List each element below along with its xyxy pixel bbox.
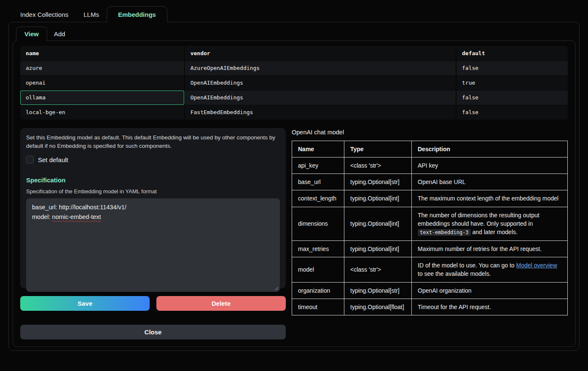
cell-default[interactable]: false (456, 105, 568, 120)
table-row[interactable]: azure AzureOpenAIEmbeddings false (20, 61, 568, 75)
doc-param-name: context_length (292, 190, 344, 207)
cell-vendor[interactable]: OpenAIEmbeddings (185, 75, 456, 90)
doc-row: base_url typing.Optional[str] OpenAI bas… (292, 174, 568, 190)
yaml-line: base_url: http://localhost:11434/v1/ (32, 203, 274, 212)
set-default-label: Set default (38, 156, 68, 163)
doc-param-desc: API key (412, 157, 568, 173)
doc-row: organization typing.Optional[str] OpenAI… (292, 282, 568, 299)
doc-panel-title: OpenAI chat model (292, 129, 568, 136)
doc-param-name: api_key (292, 157, 344, 173)
view-tab-panel: name vendor default azure AzureOpenAIEmb… (13, 40, 575, 347)
yaml-line: model: nomic-embed-text (32, 212, 274, 222)
set-default-checkbox[interactable] (26, 156, 34, 163)
doc-param-desc: The maximum context length of the embedd… (412, 190, 568, 207)
doc-param-type: <class 'str'> (344, 157, 412, 173)
doc-row: timeout typing.Optional[float] Timeout f… (292, 299, 568, 315)
app-root: Index Collections LLMs Embeddings View A… (0, 0, 588, 351)
doc-param-desc: Timeout for the API request. (412, 299, 568, 315)
doc-param-name: base_url (292, 174, 344, 190)
settings-group: Set this Embedding model as default. Thi… (20, 128, 286, 288)
table-row-selected[interactable]: ollama OpenAIEmbeddings false (20, 90, 568, 105)
embeddings-panel: View Add name vendor default (8, 22, 580, 351)
set-default-row: Set default (26, 156, 280, 163)
cell-default[interactable]: false (456, 90, 568, 105)
misspelled-word: nomic-embed-text (52, 214, 101, 220)
embeddings-table: name vendor default azure AzureOpenAIEmb… (20, 46, 568, 120)
cell-vendor[interactable]: AzureOpenAIEmbeddings (185, 61, 456, 75)
model-overview-link[interactable]: Model overview (516, 262, 557, 269)
sub-tab-bar: View Add (9, 22, 579, 40)
default-description: Set this Embedding model as default. Thi… (26, 133, 279, 151)
doc-param-type: typing.Optional[float] (344, 299, 412, 315)
doc-column-type: Type (344, 141, 412, 157)
tab-index-collections[interactable]: Index Collections (13, 7, 76, 22)
doc-column-name: Name (292, 141, 344, 157)
cell-name-selected[interactable]: ollama (20, 90, 185, 105)
doc-row: max_retries typing.Optional[int] Maximum… (292, 240, 568, 257)
code-chip: text-embedding-3 (418, 229, 471, 236)
specification-heading: Specification (26, 176, 280, 184)
tab-add[interactable]: Add (47, 27, 72, 40)
tab-view[interactable]: View (16, 27, 47, 41)
tab-embeddings[interactable]: Embeddings (107, 6, 167, 22)
doc-param-name: max_retries (292, 240, 344, 257)
save-button[interactable]: Save (20, 296, 150, 311)
cell-vendor[interactable]: FastEmbedEmbeddings (185, 105, 456, 120)
cell-vendor[interactable]: OpenAIEmbeddings (185, 90, 456, 105)
table-row[interactable]: openai OpenAIEmbeddings true (20, 75, 568, 90)
table-row[interactable]: local-bge-en FastEmbedEmbeddings false (20, 105, 568, 120)
doc-table: Name Type Description api_key <class 'st… (292, 141, 568, 316)
doc-param-type: typing.Optional[str] (344, 282, 412, 299)
edit-column: Set this Embedding model as default. Thi… (20, 128, 286, 339)
table-header-row: name vendor default (20, 46, 568, 61)
delete-button[interactable]: Delete (156, 296, 286, 311)
doc-header-row: Name Type Description (292, 141, 568, 157)
doc-param-type: typing.Optional[int] (344, 190, 412, 207)
doc-row: model <class 'str'> ID of the model to u… (292, 257, 568, 282)
tab-llms[interactable]: LLMs (76, 7, 107, 22)
cell-default[interactable]: false (456, 61, 568, 75)
doc-column-description: Description (412, 141, 568, 157)
doc-param-desc: The number of dimensions the resulting o… (412, 207, 568, 240)
doc-param-desc: OpenAI organization (412, 282, 568, 299)
resize-handle-icon[interactable] (274, 286, 278, 290)
doc-param-desc: OpenAI base URL (412, 174, 568, 190)
doc-row: dimensions typing.Optional[int] The numb… (292, 207, 568, 240)
specification-caption: Specification of the Embedding model in … (26, 188, 280, 195)
column-header-name: name (20, 46, 185, 61)
yaml-spec-input[interactable]: base_url: http://localhost:11434/v1/ mod… (26, 198, 280, 292)
action-buttons: Save Delete (20, 296, 286, 311)
doc-column: OpenAI chat model Name Type Description (292, 128, 568, 339)
cell-name[interactable]: azure (20, 61, 185, 75)
doc-param-name: dimensions (292, 207, 344, 240)
doc-param-desc: ID of the model to use. You can go to Mo… (412, 257, 568, 282)
doc-param-type: typing.Optional[int] (344, 240, 412, 257)
doc-param-type: <class 'str'> (344, 257, 412, 282)
top-tab-bar: Index Collections LLMs Embeddings (0, 0, 588, 22)
cell-default[interactable]: true (456, 75, 568, 90)
doc-row: context_length typing.Optional[int] The … (292, 190, 568, 207)
cell-name[interactable]: openai (20, 75, 185, 90)
doc-param-type: typing.Optional[int] (344, 207, 412, 240)
doc-param-name: organization (292, 282, 344, 299)
detail-area: Set this Embedding model as default. Thi… (20, 128, 568, 339)
doc-row: api_key <class 'str'> API key (292, 157, 568, 173)
cell-name[interactable]: local-bge-en (20, 105, 185, 120)
doc-param-name: timeout (292, 299, 344, 315)
column-header-default: default (456, 46, 568, 61)
close-button[interactable]: Close (20, 325, 286, 339)
doc-param-name: model (292, 257, 344, 282)
doc-param-type: typing.Optional[str] (344, 174, 412, 190)
doc-param-desc: Maximum number of retries for the API re… (412, 240, 568, 257)
column-header-vendor: vendor (185, 46, 456, 61)
